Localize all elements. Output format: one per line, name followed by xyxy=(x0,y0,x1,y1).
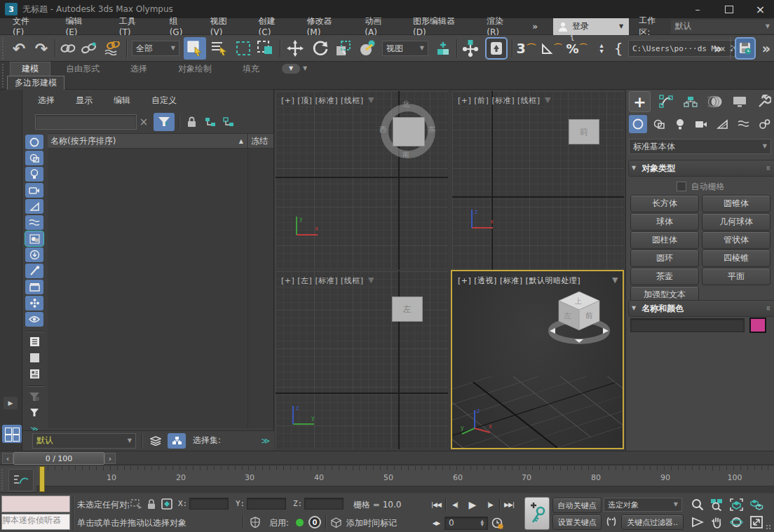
viewport-left-label[interactable]: [+] [左] [标准] [线框] xyxy=(281,275,364,286)
viewport-top-label[interactable]: [+] [顶] [标准] [线框] xyxy=(281,95,364,106)
display-containers-toggle[interactable] xyxy=(25,280,43,294)
display-particles-toggle[interactable] xyxy=(25,296,43,311)
create-tab[interactable]: + xyxy=(629,91,651,112)
previous-frame-button[interactable]: ◀| xyxy=(447,497,463,512)
go-to-start-button[interactable]: |◀◀ xyxy=(428,497,444,512)
object-name-input[interactable] xyxy=(630,318,745,332)
select-by-name-button[interactable] xyxy=(209,38,230,59)
menu-item-rendering[interactable]: 渲染(R) xyxy=(477,15,525,37)
search-clear-icon[interactable]: × xyxy=(137,116,151,128)
primitive-button-plane[interactable]: 平面 xyxy=(702,268,770,285)
explorer-menu-select[interactable]: 选择 xyxy=(38,95,55,107)
coord-x-input[interactable] xyxy=(189,498,229,510)
go-to-end-button[interactable]: ▶▶| xyxy=(501,497,517,512)
ribbon-tab-selection[interactable]: 选择 xyxy=(115,62,163,76)
freeze-column-header[interactable]: 冻结 xyxy=(248,135,273,147)
use-pivot-point-center-button[interactable] xyxy=(433,38,454,59)
viewport-perspective[interactable]: [+] [透视] [标准] [默认明暗处理] ▼ 前 左 上 zyx xyxy=(451,270,624,449)
primitive-button-sphere[interactable]: 球体 xyxy=(630,213,699,231)
field-of-view-button[interactable] xyxy=(688,514,706,530)
display-lights-toggle[interactable] xyxy=(25,167,43,182)
maxscript-listener-pink[interactable] xyxy=(1,496,70,512)
viewport-perspective-menu-icon[interactable]: ▼ xyxy=(612,276,618,284)
next-frame-button[interactable]: |▶ xyxy=(482,497,498,512)
autogrid-checkbox[interactable] xyxy=(677,182,686,191)
name-column-header[interactable]: 名称(按升序排序) xyxy=(48,135,239,147)
bind-to-space-warp-icon[interactable] xyxy=(102,40,122,57)
motion-tab[interactable] xyxy=(705,92,724,111)
primitive-button-geosphere[interactable]: 几何球体 xyxy=(702,213,770,231)
viewcube-top-view[interactable]: 北 南 东 西 xyxy=(381,104,435,158)
statusbar-resize-grip[interactable] xyxy=(766,524,772,531)
select-and-link-icon[interactable] xyxy=(59,40,77,57)
hierarchy-tab[interactable] xyxy=(681,92,700,111)
coord-y-input[interactable] xyxy=(247,498,286,510)
layers-icon[interactable] xyxy=(148,433,163,449)
rollout-grip-icon[interactable]: ⠿ xyxy=(766,306,771,312)
menu-item-graph-editors[interactable]: 图形编辑器(D) xyxy=(403,15,477,37)
select-and-rotate-button[interactable] xyxy=(309,38,330,59)
display-bones-toggle[interactable] xyxy=(25,264,43,278)
undo-button[interactable]: ↶ xyxy=(8,38,29,59)
ribbon-minimize-button[interactable]: ▼ xyxy=(282,64,300,74)
coord-z-input[interactable] xyxy=(304,498,344,510)
viewcube-front-view[interactable]: 前 xyxy=(569,119,599,144)
track-bar-grip[interactable] xyxy=(1,469,3,490)
expand-hierarchy-icon[interactable] xyxy=(202,114,219,130)
lights-category-button[interactable] xyxy=(671,115,689,133)
menu-overflow-chevron[interactable]: » xyxy=(525,22,545,32)
isolate-selection-icon[interactable] xyxy=(129,497,143,511)
toolbar-grip-2[interactable] xyxy=(730,38,731,59)
shapes-category-button[interactable] xyxy=(650,115,668,133)
zoom-extents-button[interactable] xyxy=(728,497,745,512)
ribbon-tab-modeling[interactable]: 建模 xyxy=(10,62,50,76)
pan-view-button[interactable] xyxy=(708,514,726,530)
cameras-category-button[interactable] xyxy=(692,115,710,133)
zoom-extents-all-button[interactable] xyxy=(747,497,765,512)
explorer-blank-view-button[interactable] xyxy=(25,350,43,365)
close-button[interactable]: × xyxy=(747,0,774,18)
primitive-button-teapot[interactable]: 茶壶 xyxy=(630,268,699,285)
explorer-menu-edit[interactable]: 编辑 xyxy=(114,95,130,107)
set-keys-button[interactable] xyxy=(524,497,550,530)
name-color-rollout-header[interactable]: ▼ 名称和颜色 ⠿ xyxy=(628,300,774,317)
select-and-scale-button[interactable] xyxy=(333,38,354,59)
viewport-front[interactable]: [+] [前] [标准] [线框] ▼ 前 xz xyxy=(452,91,624,270)
object-color-swatch[interactable] xyxy=(749,318,766,333)
keyboard-shortcut-override-toggle[interactable] xyxy=(485,37,508,60)
primitive-category-dropdown[interactable]: 标准基本体 ▼ xyxy=(629,139,771,154)
track-bar-ruler[interactable]: 10 20 30 40 50 60 70 80 90 100 xyxy=(36,466,774,492)
selected-set-dropdown[interactable]: 选定对象 ▼ xyxy=(604,498,682,512)
collapse-hierarchy-icon[interactable] xyxy=(220,114,237,130)
toolbar-overflow-chevron-2[interactable]: » xyxy=(759,39,774,58)
viewcube-top-face-label[interactable]: 上 xyxy=(574,297,582,305)
set-key-button[interactable]: 设置关键点 xyxy=(552,514,602,530)
snaps-toggle-3d-button[interactable]: 3 ⌒ xyxy=(515,38,538,59)
default-in-out-tangents-button[interactable] xyxy=(604,514,619,528)
primitive-button-box[interactable]: 长方体 xyxy=(630,195,699,212)
maximize-button[interactable] xyxy=(715,0,743,18)
filter-button[interactable] xyxy=(25,405,43,420)
viewport-perspective-label[interactable]: [+] [透视] [标准] [默认明暗处理] xyxy=(458,275,580,286)
systems-category-button[interactable] xyxy=(756,115,774,133)
primitive-button-cone[interactable]: 圆锥体 xyxy=(702,195,770,212)
viewport-top-menu-icon[interactable]: ▼ xyxy=(368,96,374,104)
redo-button[interactable]: ↷ xyxy=(31,38,52,59)
shield-icon[interactable] xyxy=(248,515,262,529)
display-helpers-toggle[interactable] xyxy=(25,199,43,214)
primitive-button-cylinder[interactable]: 圆柱体 xyxy=(630,231,699,249)
auto-key-button[interactable]: 自动关键点 xyxy=(552,498,602,513)
named-selection-brace-icon[interactable]: { xyxy=(611,38,625,59)
menu-item-modifiers[interactable]: 修改器(M) xyxy=(297,15,355,37)
time-marker[interactable] xyxy=(39,466,45,492)
geometry-category-button[interactable] xyxy=(629,115,647,133)
spacewarps-category-button[interactable] xyxy=(735,115,753,133)
viewcube-left-view[interactable]: 左 xyxy=(392,296,423,322)
viewport-layout-quad-icon[interactable] xyxy=(2,425,22,443)
select-and-place-button[interactable] xyxy=(357,38,378,59)
viewport-front-menu-icon[interactable]: ▼ xyxy=(545,96,550,104)
viewport-left[interactable]: [+] [左] [标准] [线框] ▼ 左 yz xyxy=(276,271,448,449)
selection-filter-dropdown[interactable]: 全部 ▼ xyxy=(132,41,179,56)
explorer-list-area[interactable] xyxy=(48,149,273,428)
menu-item-file[interactable]: 文件(F) xyxy=(0,15,53,37)
